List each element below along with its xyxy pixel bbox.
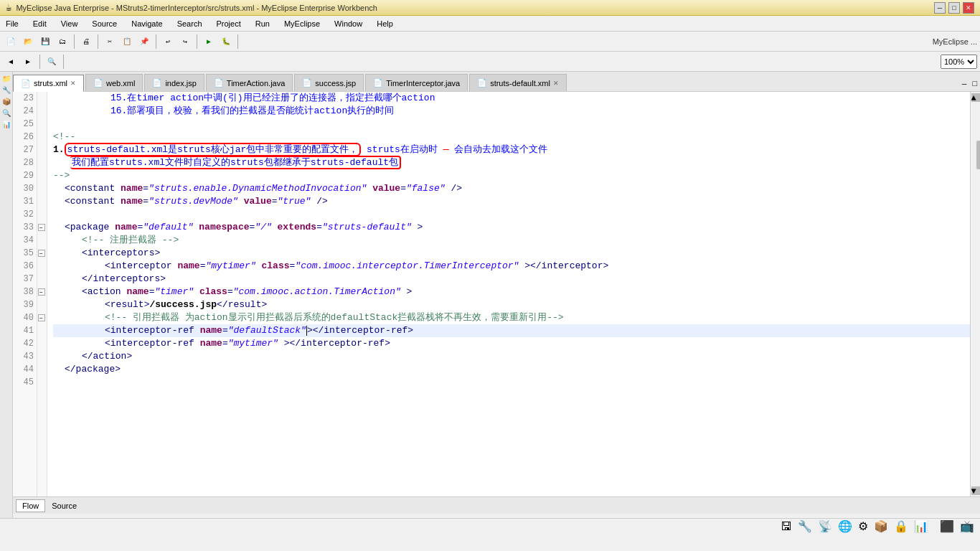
code-editor: 23 24 25 26 27 28 29 30 31 32 33 34 35 3… [13,92,980,496]
line-num-35: 35 [19,247,34,260]
menu-navigate[interactable]: Navigate [128,18,165,29]
menu-view[interactable]: View [58,18,81,29]
toolbar-myeclipse-label: MyEclipse ... [933,37,977,46]
toolbar-undo[interactable]: ↩ [160,34,176,50]
toolbar-copy[interactable]: 📋 [119,34,135,50]
code-line-44: </package> [53,363,970,376]
collapse-37 [37,273,47,286]
scroll-up[interactable]: ▲ [971,93,980,102]
line-num-39: 39 [19,298,34,311]
tab-expand[interactable]: □ [969,77,980,91]
menu-project[interactable]: Project [214,18,244,29]
tab-success-jsp[interactable]: 📄 success.jsp [294,74,364,91]
zoom-select[interactable]: 100% [941,55,977,69]
line-num-31: 31 [19,195,34,208]
tab-web-xml[interactable]: 📄 web.xml [85,74,143,91]
collapse-25 [37,118,47,131]
line-num-26: 26 [19,131,34,143]
toolbar-back[interactable]: ◀ [3,54,19,70]
line-numbers: 23 24 25 26 27 28 29 30 31 32 33 34 35 3… [13,92,37,496]
tab-index-jsp[interactable]: 📄 index.jsp [144,74,204,91]
menu-window[interactable]: Window [331,18,365,29]
tab-close-struts-xml[interactable]: ✕ [70,80,76,87]
tab-timeraction-java[interactable]: 📄 TimerAction.java [206,74,293,91]
menu-source[interactable]: Source [89,18,120,29]
menu-edit[interactable]: Edit [30,18,50,29]
code-line-45 [53,376,970,389]
toolbar-print[interactable]: 🖨 [78,34,94,50]
line-num-45: 45 [19,376,34,389]
sidebar-icon-4[interactable]: 🔍 [2,109,11,118]
menu-file[interactable]: File [3,18,22,29]
menu-run[interactable]: Run [253,18,273,29]
tab-struts-xml[interactable]: 📄 struts.xml ✕ [13,75,84,92]
toolbar-cut[interactable]: ✂ [102,34,118,50]
tab-icon-struts-xml: 📄 [21,79,31,88]
minimize-button[interactable]: ─ [934,2,946,14]
line-num-38: 38 [19,286,34,298]
status-icon-4[interactable]: 🌐 [838,519,852,533]
status-icon-10[interactable]: 📺 [960,519,974,533]
sidebar-icon-3[interactable]: 📦 [2,98,11,106]
toolbar-save-all[interactable]: 🗂 [55,34,70,50]
bottom-tab-flow[interactable]: Flow [16,499,45,512]
tab-timerinterceptor-java[interactable]: 📄 TimerInterceptor.java [365,74,468,91]
menu-search[interactable]: Search [174,18,205,29]
status-icon-3[interactable]: 📡 [818,519,832,533]
toolbar-forward[interactable]: ▶ [20,54,36,70]
status-icon-5[interactable]: ⚙ [858,519,868,533]
window-title: MyEclipse Java Enterprise - MStruts2-tim… [16,4,377,12]
scrollbar-vertical[interactable]: ▲ ▼ [970,92,980,496]
collapse-43 [37,350,47,363]
code-content[interactable]: 15.在timer action中调(引)用已经注册了的连接器，指定拦截哪个ac… [47,92,970,496]
collapse-41 [37,324,47,337]
tab-minimize[interactable]: — [959,77,970,91]
sidebar-icons: 📁 🔧 📦 🔍 📊 [0,72,13,518]
bottom-tab-source[interactable]: Source [45,499,83,512]
menu-help[interactable]: Help [374,18,396,29]
status-icon-9[interactable]: ⬛ [940,519,954,533]
toolbar-paste[interactable]: 📌 [136,34,152,50]
toolbar-open[interactable]: 📂 [20,34,36,50]
status-icon-2[interactable]: 🔧 [798,519,812,533]
scroll-down[interactable]: ▼ [971,486,980,495]
collapse-33[interactable]: − [37,221,47,234]
close-button[interactable]: ✕ [963,2,974,14]
toolbar-run[interactable]: ▶ [201,34,217,50]
line-num-23: 23 [19,92,34,105]
code-line-30: <constant name="struts.enable.DynamicMet… [53,182,970,195]
status-icon-8[interactable]: 📊 [914,519,928,533]
line-num-24: 24 [19,105,34,118]
collapse-35[interactable]: − [37,247,47,260]
bottom-tabs: Flow Source [13,496,980,514]
toolbar-search[interactable]: 🔍 [44,54,60,70]
collapse-28 [37,156,47,169]
sidebar-icon-2[interactable]: 🔧 [2,86,11,95]
toolbar-debug[interactable]: 🐛 [218,34,234,50]
tab-bar: 📄 struts.xml ✕ 📄 web.xml 📄 index.jsp 📄 T… [13,72,980,92]
tab-close-struts-default[interactable]: ✕ [553,80,559,87]
collapse-29 [37,169,47,182]
maximize-button[interactable]: □ [948,2,960,14]
tab-icon-success: 📄 [302,78,312,88]
tab-struts-default-xml[interactable]: 📄 struts-default.xml ✕ [469,74,567,91]
tab-icon-timerinterceptor: 📄 [373,78,383,88]
collapse-40[interactable]: − [37,311,47,324]
collapse-34 [37,234,47,247]
toolbar-new[interactable]: 📄 [3,34,19,50]
toolbar-redo[interactable]: ↪ [177,34,193,50]
toolbar-save[interactable]: 💾 [37,34,53,50]
menu-myeclipse[interactable]: MyEclipse [281,18,323,29]
sidebar-icon-5[interactable]: 📊 [2,121,11,129]
code-line-28: 我们配置struts.xml文件时自定义的struts包都继承于struts-d… [53,156,970,169]
collapse-45 [37,376,47,389]
scroll-thumb[interactable] [976,141,981,169]
line-num-33: 33 [19,221,34,234]
line-num-27: 27 [19,143,34,156]
sidebar-icon-1[interactable]: 📁 [2,75,11,83]
collapse-42 [37,337,47,350]
collapse-38[interactable]: − [37,286,47,298]
status-icon-1[interactable]: 🖫 [781,520,792,533]
status-icon-7[interactable]: 🔒 [894,519,908,533]
status-icon-6[interactable]: 📦 [874,519,888,533]
